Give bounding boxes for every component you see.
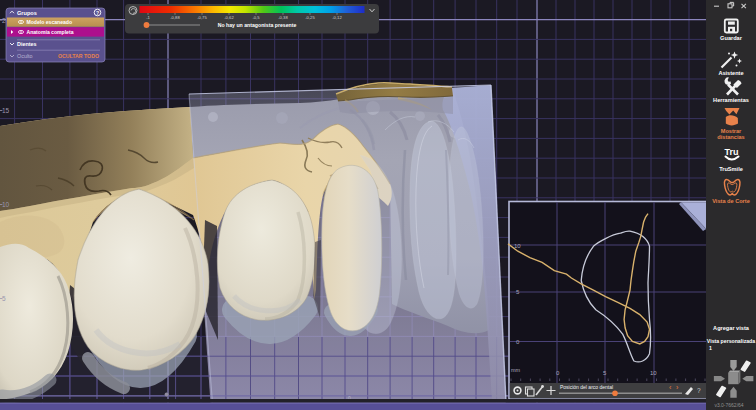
- svg-text:Vista de Corte: Vista de Corte: [712, 198, 750, 204]
- svg-text:Tru: Tru: [724, 147, 738, 157]
- svg-text:-0,25: -0,25: [305, 15, 315, 20]
- svg-text:Agregar vista: Agregar vista: [713, 325, 750, 331]
- svg-text:Grupos: Grupos: [17, 10, 37, 16]
- svg-text:15: 15: [2, 107, 10, 114]
- svg-text:-0,88: -0,88: [170, 15, 180, 20]
- svg-text:-1: -1: [146, 15, 150, 20]
- svg-text:-0,38: -0,38: [278, 15, 288, 20]
- svg-text:-0,5: -0,5: [252, 15, 260, 20]
- svg-text:Anatomía completa: Anatomía completa: [27, 29, 74, 35]
- svg-text:-0,62: -0,62: [224, 15, 234, 20]
- svg-text:-0,12: -0,12: [332, 15, 342, 20]
- svg-text:?: ?: [96, 10, 99, 16]
- svg-text:1: 1: [709, 345, 712, 351]
- svg-text:Herramientas: Herramientas: [713, 97, 749, 103]
- svg-text:-0,75: -0,75: [197, 15, 207, 20]
- svg-text:Modelo escaneado: Modelo escaneado: [27, 19, 73, 25]
- svg-text:10: 10: [2, 201, 10, 208]
- svg-text:mm: mm: [511, 367, 521, 373]
- svg-text:Asistente: Asistente: [718, 70, 743, 76]
- svg-text:No hay un antagonista presente: No hay un antagonista presente: [218, 22, 297, 28]
- svg-text:10: 10: [650, 370, 657, 376]
- svg-text:distancias: distancias: [717, 134, 744, 140]
- svg-text:v3.0-7662/64: v3.0-7662/64: [714, 402, 743, 408]
- svg-text:Vista personalizada: Vista personalizada: [707, 338, 755, 344]
- svg-text:Dientes: Dientes: [17, 41, 36, 47]
- svg-text:TruSmile: TruSmile: [719, 166, 743, 172]
- svg-text:Oculto: Oculto: [17, 53, 33, 59]
- svg-text:5: 5: [2, 295, 6, 302]
- svg-text:OCULTAR TODO: OCULTAR TODO: [58, 53, 99, 59]
- svg-text:Guardar: Guardar: [720, 35, 743, 41]
- svg-text:10: 10: [514, 243, 521, 249]
- svg-text:Mostrar: Mostrar: [721, 128, 742, 134]
- svg-text:?: ?: [697, 387, 701, 394]
- svg-text:Posición del arco dental: Posición del arco dental: [560, 384, 613, 390]
